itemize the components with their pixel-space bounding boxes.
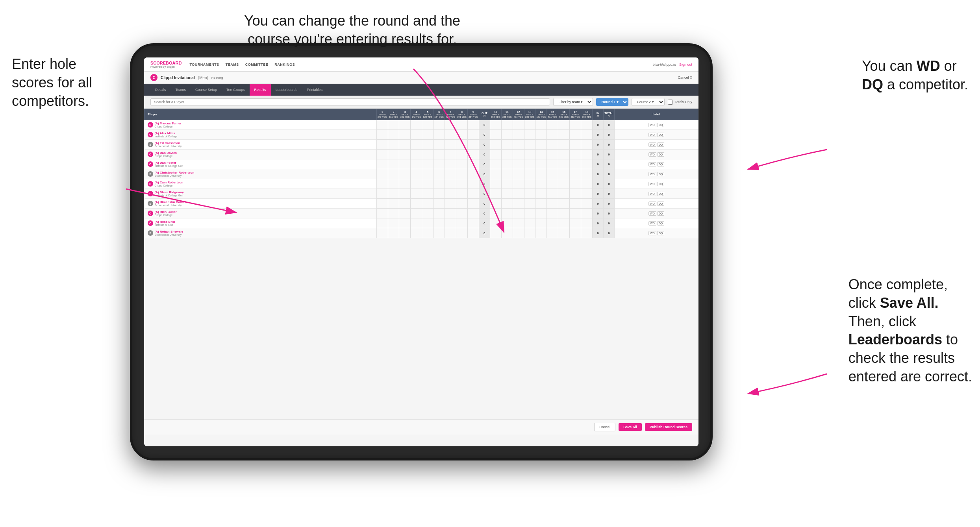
- wd-button[interactable]: WD: [648, 192, 656, 196]
- dq-button[interactable]: DQ: [657, 182, 665, 186]
- tab-results[interactable]: Results: [250, 84, 271, 96]
- wd-button[interactable]: WD: [648, 123, 656, 127]
- score-hole-12[interactable]: [513, 228, 524, 238]
- score-hole-6[interactable]: [433, 218, 445, 228]
- tab-leaderboards[interactable]: Leaderboards: [271, 84, 302, 96]
- score-hole-16[interactable]: [558, 179, 570, 189]
- score-hole-4[interactable]: [411, 140, 422, 150]
- search-input[interactable]: [150, 98, 550, 105]
- score-hole-18[interactable]: [581, 140, 593, 150]
- score-hole-17[interactable]: [570, 209, 581, 218]
- score-hole-2[interactable]: [388, 169, 399, 179]
- tab-course-setup[interactable]: Course Setup: [191, 84, 222, 96]
- score-hole-1[interactable]: [376, 169, 388, 179]
- score-hole-9[interactable]: [467, 199, 479, 209]
- score-hole-5[interactable]: [422, 120, 433, 130]
- score-hole-9[interactable]: [467, 169, 479, 179]
- score-hole-11[interactable]: [501, 218, 513, 228]
- score-hole-18[interactable]: [581, 189, 593, 199]
- score-hole-9[interactable]: [467, 130, 479, 140]
- score-hole-9[interactable]: [467, 179, 479, 189]
- score-hole-2[interactable]: [388, 159, 399, 169]
- score-hole-6[interactable]: [433, 169, 445, 179]
- score-hole-2[interactable]: [388, 140, 399, 150]
- score-hole-16[interactable]: [558, 189, 570, 199]
- score-hole-7[interactable]: [445, 120, 456, 130]
- score-hole-4[interactable]: [411, 228, 422, 238]
- score-hole-15[interactable]: [547, 228, 558, 238]
- score-hole-14[interactable]: [535, 218, 547, 228]
- score-hole-7[interactable]: [445, 179, 456, 189]
- dq-button[interactable]: DQ: [657, 133, 665, 137]
- cancel-action-button[interactable]: Cancel: [594, 423, 615, 431]
- score-hole-1[interactable]: [376, 189, 388, 199]
- score-hole-7[interactable]: [445, 140, 456, 150]
- score-hole-1[interactable]: [376, 179, 388, 189]
- score-hole-1[interactable]: [376, 199, 388, 209]
- score-hole-11[interactable]: [501, 199, 513, 209]
- score-hole-13[interactable]: [524, 140, 535, 150]
- score-hole-12[interactable]: [513, 169, 524, 179]
- score-hole-1[interactable]: [376, 130, 388, 140]
- tab-details[interactable]: Details: [150, 84, 171, 96]
- score-hole-9[interactable]: [467, 140, 479, 150]
- save-all-button[interactable]: Save All: [619, 423, 642, 431]
- score-hole-9[interactable]: [467, 159, 479, 169]
- score-hole-9[interactable]: [467, 189, 479, 199]
- score-hole-4[interactable]: [411, 189, 422, 199]
- score-hole-11[interactable]: [501, 209, 513, 218]
- score-hole-6[interactable]: [433, 209, 445, 218]
- score-hole-11[interactable]: [501, 120, 513, 130]
- score-hole-14[interactable]: [535, 189, 547, 199]
- score-hole-2[interactable]: [388, 150, 399, 159]
- score-hole-13[interactable]: [524, 150, 535, 159]
- score-hole-5[interactable]: [422, 159, 433, 169]
- score-hole-16[interactable]: [558, 140, 570, 150]
- score-hole-18[interactable]: [581, 159, 593, 169]
- score-hole-11[interactable]: [501, 130, 513, 140]
- score-hole-6[interactable]: [433, 150, 445, 159]
- score-hole-11[interactable]: [501, 140, 513, 150]
- score-hole-18[interactable]: [581, 150, 593, 159]
- score-hole-1[interactable]: [376, 218, 388, 228]
- score-hole-13[interactable]: [524, 228, 535, 238]
- score-hole-17[interactable]: [570, 228, 581, 238]
- score-hole-14[interactable]: [535, 228, 547, 238]
- score-hole-1[interactable]: [376, 120, 388, 130]
- score-hole-13[interactable]: [524, 130, 535, 140]
- score-hole-4[interactable]: [411, 150, 422, 159]
- score-hole-5[interactable]: [422, 218, 433, 228]
- score-hole-16[interactable]: [558, 169, 570, 179]
- score-hole-12[interactable]: [513, 150, 524, 159]
- score-hole-8[interactable]: [456, 209, 468, 218]
- score-hole-6[interactable]: [433, 130, 445, 140]
- score-hole-15[interactable]: [547, 199, 558, 209]
- nav-teams[interactable]: TEAMS: [226, 63, 239, 67]
- score-hole-16[interactable]: [558, 218, 570, 228]
- score-hole-17[interactable]: [570, 150, 581, 159]
- sign-out-link[interactable]: Sign out: [679, 63, 692, 67]
- dq-button[interactable]: DQ: [657, 152, 665, 157]
- score-hole-6[interactable]: [433, 179, 445, 189]
- score-hole-5[interactable]: [422, 199, 433, 209]
- score-hole-6[interactable]: [433, 159, 445, 169]
- score-hole-3[interactable]: [399, 209, 411, 218]
- score-hole-3[interactable]: [399, 120, 411, 130]
- score-hole-14[interactable]: [535, 159, 547, 169]
- wd-button[interactable]: WD: [648, 172, 656, 176]
- score-hole-8[interactable]: [456, 228, 468, 238]
- score-hole-10[interactable]: [490, 199, 501, 209]
- score-hole-17[interactable]: [570, 179, 581, 189]
- score-hole-2[interactable]: [388, 130, 399, 140]
- score-hole-15[interactable]: [547, 159, 558, 169]
- score-hole-15[interactable]: [547, 218, 558, 228]
- nav-committee[interactable]: COMMITTEE: [245, 63, 269, 67]
- score-hole-3[interactable]: [399, 130, 411, 140]
- score-hole-16[interactable]: [558, 228, 570, 238]
- score-hole-6[interactable]: [433, 199, 445, 209]
- tab-tee-groups[interactable]: Tee Groups: [222, 84, 250, 96]
- score-hole-6[interactable]: [433, 189, 445, 199]
- score-hole-12[interactable]: [513, 209, 524, 218]
- score-hole-8[interactable]: [456, 169, 468, 179]
- score-hole-12[interactable]: [513, 179, 524, 189]
